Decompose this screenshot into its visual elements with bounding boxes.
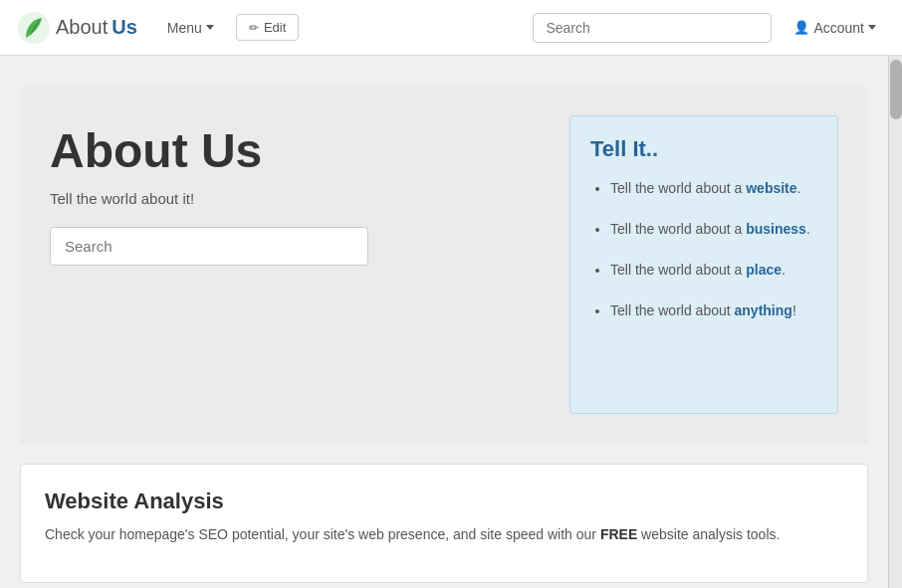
navbar-search-input[interactable] — [533, 13, 772, 43]
list-item-suffix-2: . — [806, 221, 810, 237]
hero-title: About Us — [50, 125, 550, 178]
analysis-free-highlight: FREE — [600, 526, 637, 542]
tell-it-box: Tell It.. Tell the world about a website… — [569, 115, 838, 414]
navbar: AboutUs Menu ✏ Edit 👤 Account — [0, 0, 902, 56]
brand-about-text: About — [56, 16, 108, 39]
list-item-suffix-4: ! — [792, 302, 796, 318]
list-item: Tell the world about anything! — [610, 300, 817, 321]
list-item: Tell the world about a place. — [610, 260, 817, 281]
tell-it-list: Tell the world about a website. Tell the… — [590, 178, 817, 321]
analysis-description: Check your homepage's SEO potential, you… — [45, 524, 843, 545]
list-item-text-4: Tell the world about — [610, 302, 735, 318]
list-item-highlight-3: place — [746, 262, 782, 278]
scrollbar-track[interactable] — [888, 56, 902, 588]
hero-section: About Us Tell the world about it! Tell I… — [20, 86, 868, 444]
list-item-text-1: Tell the world about a — [610, 180, 746, 196]
analysis-title: Website Analysis — [45, 489, 843, 514]
account-caret-icon — [868, 25, 876, 30]
list-item-highlight-1: website — [746, 180, 796, 196]
brand-us-text: Us — [112, 16, 137, 39]
analysis-desc-text: Check your homepage's SEO potential, you… — [45, 526, 600, 542]
account-button[interactable]: 👤 Account — [784, 14, 886, 42]
list-item-highlight-4: anything — [735, 302, 792, 318]
list-item: Tell the world about a website. — [610, 178, 817, 199]
menu-caret-icon — [206, 25, 214, 30]
list-item-text-2: Tell the world about a — [610, 221, 746, 237]
list-item-suffix-3: . — [782, 262, 786, 278]
scrollbar-thumb[interactable] — [890, 60, 902, 119]
menu-button[interactable]: Menu — [157, 14, 224, 42]
hero-left: About Us Tell the world about it! — [50, 115, 550, 414]
list-item-text-3: Tell the world about a — [610, 262, 746, 278]
brand-logo[interactable]: AboutUs — [16, 10, 137, 46]
edit-label: Edit — [264, 20, 286, 35]
leaf-icon — [16, 10, 52, 46]
hero-search-input[interactable] — [50, 227, 368, 266]
user-icon: 👤 — [793, 20, 809, 35]
pencil-icon: ✏ — [249, 21, 259, 35]
page-wrapper: About Us Tell the world about it! Tell I… — [0, 56, 902, 588]
tell-it-title: Tell It.. — [590, 136, 817, 162]
analysis-desc-text-2: website analysis tools. — [637, 526, 780, 542]
list-item: Tell the world about a business. — [610, 219, 817, 240]
list-item-highlight-2: business — [746, 221, 806, 237]
analysis-section: Website Analysis Check your homepage's S… — [20, 464, 868, 583]
hero-subtitle: Tell the world about it! — [50, 190, 550, 207]
list-item-suffix-1: . — [797, 180, 801, 196]
account-label: Account — [813, 20, 864, 36]
menu-label: Menu — [167, 20, 202, 36]
main-content: About Us Tell the world about it! Tell I… — [0, 56, 888, 588]
edit-button[interactable]: ✏ Edit — [236, 14, 299, 41]
